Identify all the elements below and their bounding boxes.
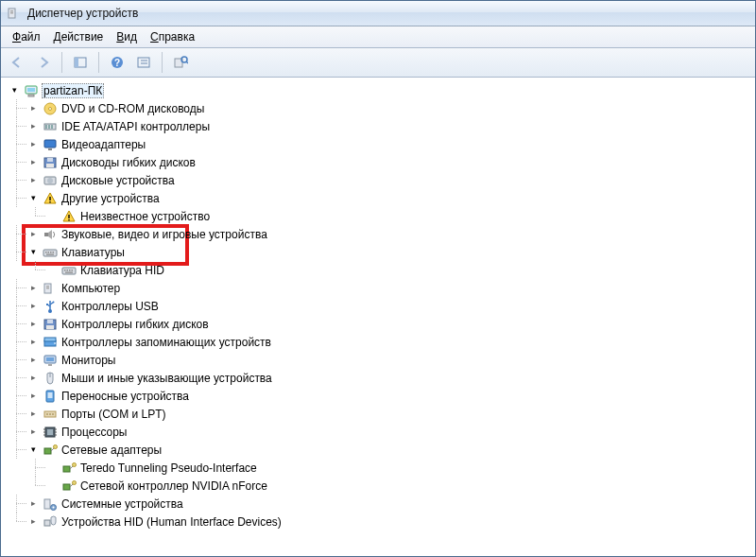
tree-item-label: Мыши и иные указывающие устройства <box>61 372 272 385</box>
warning-icon <box>43 191 58 206</box>
app-icon <box>7 6 22 21</box>
expand-icon[interactable]: ▸ <box>27 409 39 420</box>
expand-icon[interactable]: ▸ <box>27 391 39 402</box>
portable-icon <box>43 389 58 404</box>
tree-item-mice[interactable]: ▸Мыши и иные указывающие устройства <box>9 369 755 387</box>
tree-item-label: Контроллеры гибких дисков <box>61 318 209 331</box>
tree-item-net[interactable]: ▾Сетевые адаптеры <box>9 441 755 459</box>
expand-icon[interactable]: ▸ <box>27 139 39 150</box>
tree-item-label: Видеоадаптеры <box>61 138 146 151</box>
tree-item-ide[interactable]: ▸IDE ATA/ATAPI контроллеры <box>9 117 755 135</box>
properties-button[interactable] <box>131 50 156 75</box>
show-hide-tree-button[interactable] <box>68 50 93 75</box>
tree-item-monitors[interactable]: ▸Мониторы <box>9 351 755 369</box>
port-icon <box>43 407 58 422</box>
collapse-icon[interactable]: ▾ <box>27 193 39 204</box>
expand-icon[interactable]: ▸ <box>27 283 39 294</box>
menu-action[interactable]: Действие <box>48 28 110 45</box>
collapse-icon[interactable]: ▾ <box>27 444 39 456</box>
forward-button[interactable] <box>31 50 56 75</box>
expand-icon[interactable]: ▸ <box>27 498 39 510</box>
expand-icon[interactable]: ▸ <box>27 175 39 186</box>
back-button[interactable] <box>5 50 29 75</box>
expand-icon[interactable]: ▸ <box>27 319 39 330</box>
tree-item-sound[interactable]: ▸Звуковые, видео и игровые устройства <box>9 225 755 243</box>
scan-hardware-button[interactable] <box>168 50 193 75</box>
help-icon: ? <box>110 55 125 70</box>
arrow-left-icon <box>9 55 25 70</box>
tree-item-floppy_ctl[interactable]: ▸Контроллеры гибких дисков <box>9 315 755 333</box>
tree-item-other[interactable]: ▾Другие устройства <box>9 189 755 207</box>
menu-file[interactable]: Файл <box>7 28 46 45</box>
collapse-icon[interactable]: ▾ <box>27 247 39 258</box>
tree-item-kbd_hid[interactable]: ▸Клавиатура HID <box>9 261 755 279</box>
expand-icon[interactable]: ▸ <box>27 337 39 348</box>
tree-item-video[interactable]: ▸Видеоадаптеры <box>9 135 755 153</box>
floppy-icon <box>43 317 58 332</box>
hid-icon <box>43 514 58 530</box>
tree-item-label: Неизвестное устройство <box>80 210 210 223</box>
computer-icon <box>24 83 39 98</box>
expand-icon[interactable]: ▸ <box>27 229 39 240</box>
tree-item-portable[interactable]: ▸Переносные устройства <box>9 387 755 405</box>
expand-icon[interactable]: ▸ <box>27 355 39 366</box>
net-icon <box>61 461 77 476</box>
tree-item-system[interactable]: ▸Системные устройства <box>9 495 755 513</box>
tree-item-label: Компьютер <box>61 282 120 295</box>
tree-item-keyboards[interactable]: ▾Клавиатуры <box>9 243 755 261</box>
device-tree-panel[interactable]: ▾ partizan-ПК ▸DVD и CD-ROM дисководы▸ID… <box>1 78 755 556</box>
net-icon <box>43 443 58 458</box>
tree-item-label: Устройства HID (Human Interface Devices) <box>61 515 282 529</box>
expand-icon[interactable]: ▸ <box>27 426 39 438</box>
net-icon <box>61 479 77 494</box>
usb-icon <box>43 299 58 314</box>
tree-root[interactable]: ▾ partizan-ПК <box>9 81 755 99</box>
tree-item-storage[interactable]: ▸Контроллеры запоминающих устройств <box>9 333 755 351</box>
expand-icon[interactable]: ▸ <box>27 157 39 168</box>
cpu-icon <box>43 425 58 440</box>
tree-root-label: partizan-ПК <box>42 83 104 98</box>
monitor-icon <box>43 353 58 368</box>
keyboard-icon <box>43 245 58 260</box>
disc-icon <box>43 101 58 116</box>
svg-text:?: ? <box>114 58 120 68</box>
tree-item-teredo[interactable]: ▸Teredo Tunneling Pseudo-Interface <box>9 459 755 477</box>
tree-item-dvd[interactable]: ▸DVD и CD-ROM дисководы <box>9 99 755 117</box>
tree-item-label: Переносные устройства <box>61 390 189 403</box>
help-button[interactable]: ? <box>105 50 129 75</box>
floppy-icon <box>43 155 58 170</box>
menu-view[interactable]: Вид <box>111 28 143 45</box>
menu-help[interactable]: Справка <box>145 28 200 45</box>
tree-item-floppy_drv[interactable]: ▸Дисководы гибких дисков <box>9 153 755 171</box>
expand-icon[interactable]: ▸ <box>27 121 39 132</box>
tree-item-label: Дисковые устройства <box>61 174 175 187</box>
tree-item-disk[interactable]: ▸Дисковые устройства <box>9 171 755 189</box>
scan-icon <box>173 55 188 70</box>
expand-icon[interactable]: ▸ <box>27 103 39 114</box>
expand-icon[interactable]: ▸ <box>27 516 39 528</box>
tree-item-hid[interactable]: ▸Устройства HID (Human Interface Devices… <box>9 513 755 531</box>
tree-item-unknown[interactable]: ▸Неизвестное устройство <box>9 207 755 225</box>
tree-item-label: Клавиатура HID <box>80 264 164 277</box>
storage-icon <box>43 335 58 350</box>
tree-pane-icon <box>73 55 88 70</box>
collapse-icon[interactable]: ▾ <box>9 85 20 96</box>
tree-item-usb[interactable]: ▸Контроллеры USB <box>9 297 755 315</box>
ide-icon <box>43 119 58 134</box>
speaker-icon <box>43 227 58 242</box>
tree-item-label: Системные устройства <box>61 497 183 511</box>
tree-item-label: Контроллеры USB <box>61 300 159 313</box>
pc-icon <box>43 281 58 296</box>
expand-icon[interactable]: ▸ <box>27 373 39 384</box>
menubar: Файл Действие Вид Справка <box>1 26 755 48</box>
svg-rect-59 <box>75 58 78 67</box>
hdd-icon <box>43 173 58 188</box>
tree-item-ports[interactable]: ▸Порты (COM и LPT) <box>9 405 755 423</box>
tree-item-computer[interactable]: ▸Компьютер <box>9 279 755 297</box>
tree-item-nvidia_net[interactable]: ▸Сетевой контроллер NVIDIA nForce <box>9 477 755 495</box>
tree-item-label: Порты (COM и LPT) <box>61 408 166 421</box>
tree-item-cpu[interactable]: ▸Процессоры <box>9 423 755 441</box>
expand-icon[interactable]: ▸ <box>27 301 39 312</box>
system-icon <box>43 496 58 512</box>
warning-icon <box>61 209 77 224</box>
